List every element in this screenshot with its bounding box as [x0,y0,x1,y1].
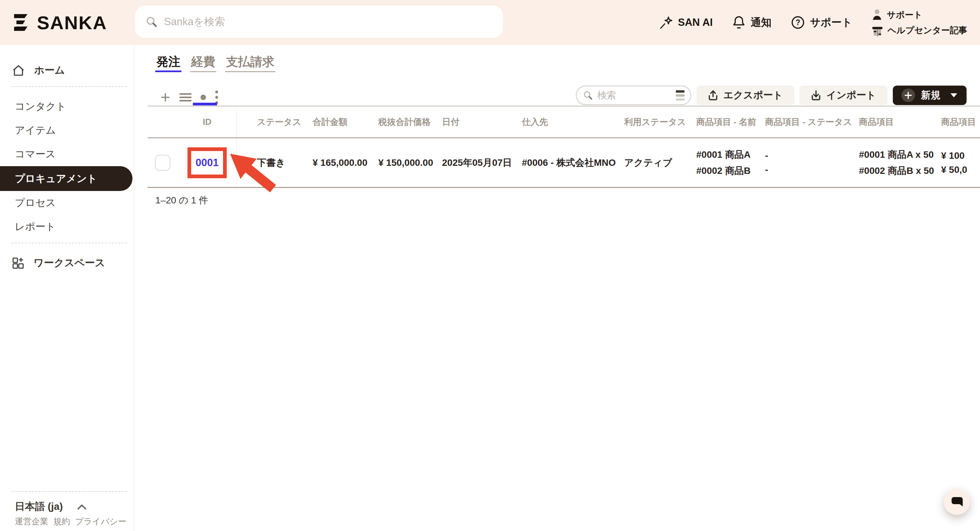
sanka-logo[interactable]: SANKA [12,0,107,45]
help-links: サポート ヘルプセンター記事 [872,8,967,37]
column-header-item-name: 商品項目 - 名前 [692,107,761,137]
sidebar-item-contacts[interactable]: コンタクト [0,95,134,118]
row-subtotal-cell: ¥ 150,000.00 [374,138,438,187]
support-button[interactable]: ? サポート [791,16,852,30]
row-checkbox[interactable] [155,155,170,171]
sidebar-item-workspace[interactable]: ワークスペース [0,251,134,275]
item-status-line: - [765,150,855,161]
status-value: 下書き [257,156,309,169]
sidebar-item-label: プロセス [15,196,56,210]
import-icon [811,90,821,101]
help-circle-icon: ? [791,16,805,30]
sidebar-item-commerce[interactable]: コマース [0,142,134,166]
language-switcher[interactable]: 日本語 (ja) [15,500,87,513]
sidebar-item-label: アイテム [15,124,56,137]
column-header-item-price: 商品項目 [937,107,980,137]
legal-links: 運営企業 規約 プライバシー [15,516,126,527]
pagination-label: 1–20 の 1 件 [155,194,208,207]
workspace-icon [12,257,24,269]
row-supplier-cell: #0006 - 株式会社MNO [518,138,620,187]
sidebar: ホーム コンタクト アイテム コマース プロキュアメント プロセス レポート ワ… [0,45,134,531]
column-header-supplier: 仕入先 [518,107,620,137]
more-options-icon[interactable] [215,90,218,104]
page-tabs: 発注 経費 支払請求 [155,55,275,72]
legal-link-privacy[interactable]: プライバシー [75,516,126,527]
sidebar-item-label: プロキュアメント [15,172,97,186]
tab-expenses[interactable]: 経費 [190,55,216,72]
date-value: 2025年05月07日 [442,156,518,169]
chevron-up-icon [77,504,87,510]
row-checkbox-cell [148,138,178,187]
sidebar-item-label: レポート [15,220,56,234]
top-nav: SAN AI 通知 ? サポート [659,0,967,45]
export-button[interactable]: エクスポート [697,86,794,105]
new-button[interactable]: 新規 [893,86,967,105]
home-icon [12,64,25,77]
item-name-line: #0001 商品A [696,148,761,161]
global-search[interactable] [135,6,503,38]
notifications-button[interactable]: 通知 [732,15,772,30]
plus-icon [902,89,915,102]
import-button[interactable]: インポート [800,86,888,105]
chevron-down-icon[interactable] [950,92,958,98]
list-view-icon[interactable] [180,92,191,102]
supplier-value: #0006 - 株式会社MNO [522,156,620,169]
row-items-cell: #0001 商品A x 50 #0002 商品B x 50 [855,138,937,187]
column-header-usage-status: 利用ステータス [620,107,692,137]
sidebar-item-reports[interactable]: レポート [0,215,134,239]
help-center-link[interactable]: ヘルプセンター記事 [872,23,967,37]
logo-text: SANKA [37,12,107,33]
column-header-date: 日付 [438,107,518,137]
legal-link-company[interactable]: 運営企業 [15,516,48,527]
row-item-names-cell: #0001 商品A #0002 商品B [692,138,761,187]
item-line: #0002 商品B x 50 [859,164,937,177]
column-header-subtotal: 税抜合計価格 [374,107,438,137]
table-header-row: ID ステータス 合計金額 税抜合計価格 日付 仕入先 利用ステータス 商品項目… [148,107,980,138]
table-row[interactable]: 0001 下書き ¥ 165,000.00 ¥ 150,000.00 2025年… [148,138,980,188]
circle-view-icon[interactable] [200,95,206,100]
san-ai-label: SAN AI [678,16,713,29]
table-search-input[interactable] [597,90,671,101]
column-header-id: ID [178,107,237,137]
column-header-status: ステータス [237,107,309,137]
search-icon [583,91,593,100]
tab-payment-requests[interactable]: 支払請求 [225,55,275,72]
sidebar-item-procurement[interactable]: プロキュアメント [0,166,132,191]
top-bar: SANKA SAN AI [0,0,980,45]
legal-link-terms[interactable]: 規約 [53,516,70,527]
help-center-label: ヘルプセンター記事 [888,24,967,36]
table-search[interactable] [576,86,691,105]
usage-status-value: アクティブ [624,156,692,169]
column-header-total: 合計金額 [309,107,374,137]
add-view-button[interactable] [160,92,170,102]
san-ai-button[interactable]: SAN AI [659,16,713,29]
sidebar-divider [12,243,127,243]
item-line: #0001 商品A x 50 [859,148,937,161]
chat-widget-button[interactable] [944,489,970,515]
magic-wand-icon [659,16,673,29]
main-content: 発注 経費 支払請求 [134,45,980,531]
help-support-link[interactable]: サポート [872,8,967,22]
row-id-link[interactable]: 0001 [196,157,219,169]
new-label: 新規 [921,89,940,102]
sidebar-divider [12,86,127,87]
search-icon [146,16,157,27]
row-item-statuses-cell: - - [761,138,855,187]
sidebar-item-home[interactable]: ホーム [0,58,134,82]
global-search-input[interactable] [164,16,492,28]
sidebar-footer-divider [12,491,127,492]
total-value: ¥ 165,000.00 [313,158,374,168]
row-total-cell: ¥ 165,000.00 [309,138,374,187]
column-header-items: 商品項目 [855,107,937,137]
support-label: サポート [810,16,852,30]
svg-text:?: ? [795,18,800,27]
user-icon [872,9,882,21]
sidebar-item-items[interactable]: アイテム [0,118,134,142]
filter-icon[interactable] [676,90,684,101]
tab-purchase-orders[interactable]: 発注 [155,55,181,72]
actions-toolbar: エクスポート インポート 新規 [576,86,967,105]
sidebar-item-process[interactable]: プロセス [0,191,134,215]
chat-bubble-icon [950,495,964,509]
language-label: 日本語 (ja) [15,500,63,513]
sidebar-item-label: ワークスペース [33,256,105,270]
